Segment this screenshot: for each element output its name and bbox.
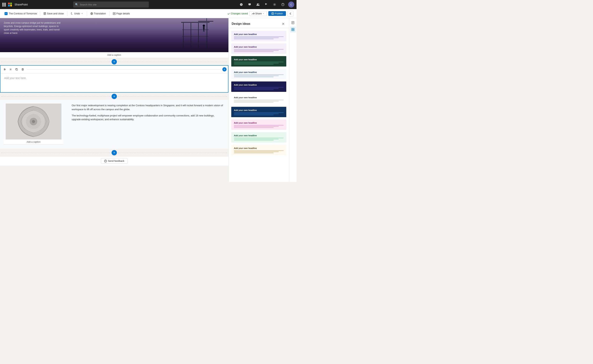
translation-button[interactable]: Translation [88,11,108,16]
topbar-icons: C [238,1,294,7]
design-idea-card[interactable]: Add your own headline [231,43,287,54]
edit-settings-button[interactable] [8,67,13,72]
text-editor-placeholder: Add your text here. [4,77,26,80]
mini-design-icon[interactable] [290,26,296,32]
help-pane-icon[interactable] [238,1,244,7]
two-col-section: Add a caption Our first major redevelopm… [0,100,228,149]
svg-rect-14 [182,36,209,37]
page-breadcrumb[interactable]: P The Contoso of Tomorrow [3,11,38,16]
comment-icon[interactable] [247,1,253,7]
design-idea-card[interactable]: Add your own headline [231,56,287,67]
flag-icon[interactable] [263,1,269,7]
svg-point-2 [274,4,275,5]
design-idea-card[interactable]: Add your own headline [231,106,287,117]
people-icon[interactable] [255,1,261,7]
hero-caption[interactable]: Add a caption [0,52,228,58]
settings-icon[interactable] [271,1,277,7]
share-button[interactable]: Share [250,11,267,16]
svg-point-29 [32,120,35,123]
svg-rect-9 [183,23,184,48]
svg-rect-13 [182,29,209,30]
toolbar-divider-3 [87,11,87,16]
design-idea-card[interactable]: Add your own headline [231,68,287,80]
image-caption[interactable]: Add a caption [4,139,63,145]
svg-point-1 [258,3,259,4]
add-section-1: + [0,58,228,65]
design-panel-close[interactable] [281,21,286,26]
col-text-area: Our first major redevelopment is nearing… [67,100,228,149]
svg-rect-17 [203,27,204,30]
add-section-button-2[interactable]: + [112,94,117,99]
design-idea-card[interactable]: Add your own headline [231,119,287,130]
right-mini-bar [289,18,296,182]
design-idea-card[interactable]: Add your own headline [231,144,287,156]
grid-icon [2,3,6,6]
toolbar-left: P The Contoso of Tomorrow Save and close… [3,11,227,16]
help-icon[interactable] [280,1,286,7]
toolbar2: P The Contoso of Tomorrow Save and close… [0,9,296,18]
spiral-staircase-svg [6,104,61,139]
design-idea-card[interactable]: Add your own headline [231,30,287,42]
undo-button[interactable]: Undo [69,11,85,16]
save-close-button[interactable]: Save and close [42,11,66,16]
feedback-label: Send feedback [108,160,125,162]
hero-text: Zones and cross-campus bridge just for p… [4,21,64,35]
app-grid-button[interactable] [2,3,6,6]
col-para-1: Our first major redevelopment is nearing… [72,104,224,111]
svg-point-16 [203,25,205,27]
toolbar-divider-4 [109,11,110,16]
text-editor-body[interactable]: Add your text here. [0,73,228,92]
svg-rect-10 [191,23,191,48]
svg-rect-11 [198,23,199,48]
main-layout: Zones and cross-campus bridge just for p… [0,18,296,182]
text-editor-section: + Add your text here. [0,65,228,93]
svg-point-0 [257,3,258,5]
design-idea-card[interactable]: Add your own headline [231,81,287,92]
hero-image-section: Zones and cross-campus bridge just for p… [0,18,228,52]
scaffold-image [172,18,219,52]
spiral-image [6,104,61,139]
svg-rect-24 [16,69,18,70]
close-icon [282,23,284,25]
toolbar-right: Changes saved Share Publish [227,11,293,17]
search-input[interactable] [80,3,147,6]
svg-rect-32 [292,28,293,29]
svg-rect-8 [181,22,210,23]
collapse-button[interactable] [287,11,293,17]
design-panel-body[interactable]: Add your own headline Add your own headl… [229,28,289,182]
move-button[interactable] [2,67,7,72]
changes-saved-status: Changes saved [227,12,248,15]
design-panel-header: Design ideas [229,18,289,28]
design-idea-card[interactable]: Add your own headline [231,132,287,143]
page-title: The Contoso of Tomorrow [9,12,37,15]
add-in-toolbar[interactable]: + [222,67,227,72]
content-area[interactable]: Zones and cross-campus bridge just for p… [0,18,228,182]
feedback-icon [104,160,107,162]
add-section-button-3[interactable]: + [112,150,117,155]
text-editor-toolbar: + [0,65,228,73]
svg-rect-21 [198,21,213,21]
svg-rect-33 [293,28,294,29]
mini-page-icon[interactable] [290,20,296,26]
user-avatar[interactable]: C [288,1,294,7]
search-bar[interactable]: 🔍 [73,1,149,7]
svg-point-23 [10,69,11,70]
send-feedback-button[interactable]: Send feedback [101,158,128,164]
svg-rect-12 [207,23,207,48]
design-panel: Design ideas Add your own headline Add y… [228,18,289,182]
delete-button[interactable] [20,67,25,72]
design-idea-card[interactable]: Add your own headline [231,94,287,105]
add-section-3: + [0,149,228,156]
page-details-button[interactable]: Page details [111,11,132,16]
duplicate-button[interactable] [14,67,19,72]
search-icon: 🔍 [75,3,78,6]
feedback-bar: Send feedback [0,156,228,166]
design-panel-title: Design ideas [232,22,250,26]
svg-rect-15 [182,43,209,43]
add-section-button-1[interactable]: + [112,59,117,65]
col-image-area: Add a caption [0,100,67,149]
svg-rect-34 [292,30,293,31]
app-name: SharePoint [14,3,28,6]
microsoft-logo [8,3,12,6]
publish-button[interactable]: Publish [268,11,286,16]
